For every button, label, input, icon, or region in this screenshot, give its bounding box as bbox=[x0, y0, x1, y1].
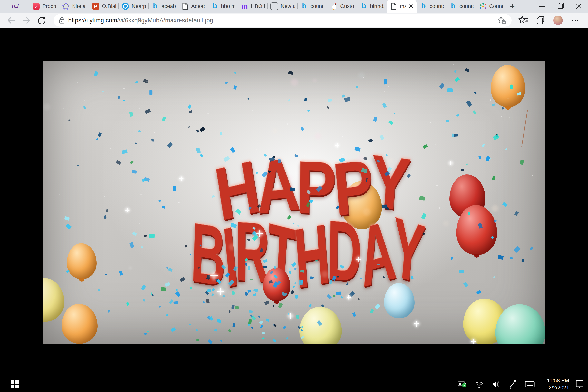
refresh-button[interactable] bbox=[34, 14, 50, 27]
confetto bbox=[423, 232, 425, 235]
back-button[interactable] bbox=[4, 14, 19, 27]
balloon-left-orange-lower bbox=[62, 304, 98, 344]
tab-countdown-search-3[interactable]: bcountd bbox=[446, 0, 476, 12]
confetto bbox=[266, 318, 270, 322]
windows-taskbar: T9NN 11:58 PM 2/2/2021 bbox=[0, 376, 588, 392]
tab-label: O.Blake bbox=[102, 3, 116, 10]
confetto bbox=[196, 329, 198, 331]
confetto bbox=[394, 113, 395, 115]
bokeh-glow bbox=[313, 79, 316, 82]
sparkle-star bbox=[356, 256, 361, 262]
letter-D: D bbox=[326, 201, 360, 301]
tray-icons bbox=[454, 376, 538, 392]
confetto bbox=[344, 97, 350, 102]
confetto bbox=[166, 314, 168, 316]
powerpoint-icon: P bbox=[92, 2, 100, 10]
forward-button[interactable] bbox=[19, 14, 34, 27]
balloon-top-right-orange bbox=[491, 65, 525, 108]
tab-close-button[interactable] bbox=[408, 3, 414, 9]
tab-kite[interactable]: Kite and bbox=[59, 0, 89, 12]
tab-maxres-image[interactable]: ma bbox=[387, 0, 417, 12]
tab-new-tab-page[interactable]: ···New ta bbox=[268, 0, 298, 12]
glitter-dot bbox=[508, 98, 508, 100]
address-bar[interactable]: https://i.ytimg.com/vi/6kxq9gyMubA/maxre… bbox=[54, 14, 512, 27]
confetto bbox=[352, 312, 356, 317]
taskbar-start-button[interactable] bbox=[0, 376, 29, 392]
action-center-button[interactable] bbox=[571, 376, 588, 392]
sparkle-star bbox=[449, 161, 453, 165]
taskbar-clock[interactable]: 11:58 PM 2/2/2021 bbox=[538, 377, 571, 392]
tab-countdown-search-1[interactable]: bcount d bbox=[298, 0, 327, 12]
confetto bbox=[272, 305, 274, 307]
tab-custom[interactable]: Custom bbox=[327, 0, 357, 12]
document-icon bbox=[390, 2, 398, 10]
glitter-dot bbox=[304, 156, 305, 156]
bokeh-glow bbox=[357, 155, 364, 163]
glitter-dot bbox=[532, 175, 533, 176]
tray-pen-button[interactable] bbox=[504, 376, 521, 392]
tab-tci[interactable]: TCi bbox=[0, 0, 30, 12]
add-favorite-icon[interactable] bbox=[497, 16, 507, 25]
close-button[interactable] bbox=[570, 0, 588, 12]
minimize-button[interactable] bbox=[533, 0, 551, 12]
confetto bbox=[273, 324, 276, 327]
restore-button[interactable] bbox=[551, 0, 570, 12]
tab-label: New ta bbox=[281, 3, 295, 10]
confetto bbox=[143, 299, 146, 302]
collections-button[interactable] bbox=[533, 14, 548, 27]
profile-button[interactable] bbox=[550, 14, 566, 27]
tab-oblake[interactable]: PO.Blake bbox=[89, 0, 119, 12]
glitter-dot bbox=[388, 86, 388, 87]
balloon-left-orange-upper bbox=[67, 243, 97, 279]
confetto bbox=[521, 258, 524, 262]
menu-button[interactable] bbox=[568, 14, 583, 27]
confetto bbox=[456, 114, 460, 116]
tab-label: aceable bbox=[162, 3, 176, 10]
confetto bbox=[388, 120, 393, 125]
tab-countdown-search-2[interactable]: bcountd bbox=[417, 0, 446, 12]
url-path: /vi/6kxq9gyMubA/maxresdefault.jpg bbox=[117, 17, 213, 24]
tab-birthday-search[interactable]: bbirthda bbox=[357, 0, 387, 12]
confetto bbox=[356, 86, 358, 88]
confetto bbox=[248, 266, 250, 270]
tab-hbo-search[interactable]: bhbo ma bbox=[208, 0, 238, 12]
tray-wifi-button[interactable] bbox=[471, 376, 488, 392]
tab-nearpod[interactable]: Nearpo bbox=[119, 0, 148, 12]
edge-browser-window: TCi♪ProcrasKite andPO.BlakeNearpobaceabl… bbox=[0, 0, 588, 392]
confetto bbox=[248, 324, 250, 326]
confetto bbox=[141, 246, 144, 248]
tab-procras[interactable]: ♪Procras bbox=[30, 0, 59, 12]
confetto bbox=[301, 326, 303, 328]
tci-icon: TCi bbox=[11, 2, 18, 10]
tab-countdown-app[interactable]: Countd bbox=[476, 0, 506, 12]
window-controls bbox=[533, 0, 588, 12]
confetto bbox=[188, 126, 190, 128]
confetto bbox=[300, 270, 304, 273]
confetto bbox=[135, 81, 138, 84]
confetto bbox=[263, 266, 267, 268]
sparkle-star bbox=[210, 272, 218, 280]
glitter-dot bbox=[509, 117, 510, 118]
tray-touch-keyboard-button[interactable] bbox=[521, 376, 538, 392]
tray-battery-eco-button[interactable] bbox=[454, 376, 471, 392]
balloon-red-front-knot bbox=[474, 254, 479, 258]
confetto bbox=[173, 186, 176, 191]
new-tab-button[interactable]: + bbox=[506, 0, 518, 12]
confetto bbox=[189, 254, 191, 256]
tab-label: Countd bbox=[489, 3, 503, 10]
confetto bbox=[333, 295, 336, 297]
confetto bbox=[466, 100, 472, 107]
confetto bbox=[130, 160, 134, 164]
tab-label: Nearpo bbox=[132, 3, 146, 10]
system-tray: 11:58 PM 2/2/2021 bbox=[454, 376, 588, 392]
tab-aceable-search[interactable]: baceable bbox=[148, 0, 178, 12]
tab-aceable-doc[interactable]: Aceable bbox=[178, 0, 208, 12]
favorites-button[interactable] bbox=[516, 14, 531, 27]
confetto bbox=[175, 292, 180, 297]
confetto bbox=[158, 200, 161, 202]
wifi-icon bbox=[474, 380, 484, 389]
glitter-dot bbox=[490, 99, 491, 101]
tab-hbomax[interactable]: mHBO M bbox=[238, 0, 268, 12]
tray-volume-button[interactable] bbox=[488, 376, 504, 392]
confetto bbox=[289, 268, 291, 270]
